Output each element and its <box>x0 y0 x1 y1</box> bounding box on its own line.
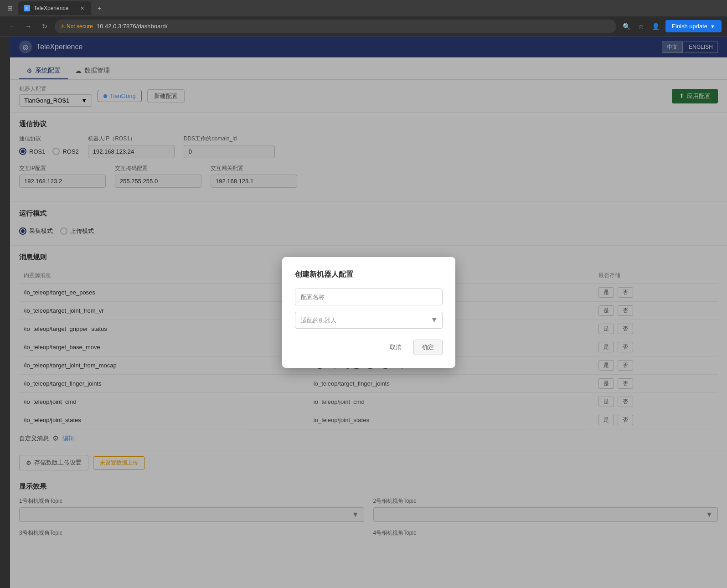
security-indicator: ⚠ Not secure <box>60 23 93 30</box>
profile-btn[interactable]: ⊞ <box>4 2 16 15</box>
new-tab-btn[interactable]: + <box>93 2 106 15</box>
modal-actions: 取消 确定 <box>295 340 443 355</box>
finish-update-button[interactable]: Finish update ▼ <box>665 20 722 32</box>
tab-close-btn[interactable]: ✕ <box>78 5 86 12</box>
forward-btn[interactable]: → <box>22 20 35 33</box>
create-config-modal: 创建新机器人配置 适配的机器人 ▼ 取消 确定 <box>282 257 455 368</box>
profile-icon-btn[interactable]: 👤 <box>649 20 662 33</box>
reload-btn[interactable]: ↻ <box>38 20 51 33</box>
browser-window: ⊞ T TeleXperience ✕ + ← → ↻ ⚠ Not secure… <box>0 0 727 588</box>
search-icon-btn[interactable]: 🔍 <box>620 20 633 33</box>
finish-update-label: Finish update <box>672 23 707 30</box>
tab-bar: ⊞ T TeleXperience ✕ + <box>0 0 727 16</box>
back-btn[interactable]: ← <box>5 20 18 33</box>
tab-title: TeleXperience <box>34 5 68 11</box>
browser-toolbar: ← → ↻ ⚠ Not secure 10.42.0.3:7876/dashbo… <box>0 16 727 36</box>
modal-overlay: 创建新机器人配置 适配的机器人 ▼ 取消 确定 <box>10 36 727 588</box>
finish-btn-arrow-icon: ▼ <box>710 24 715 29</box>
toolbar-icons: 🔍 ☆ 👤 <box>620 20 662 33</box>
compatible-robot-select[interactable]: 适配的机器人 <box>295 312 443 329</box>
browser-tab[interactable]: T TeleXperience ✕ <box>18 1 91 15</box>
not-secure-label: Not secure <box>67 23 93 30</box>
bookmark-btn[interactable]: ☆ <box>634 20 647 33</box>
tab-favicon: T <box>24 5 30 11</box>
url-text: 10.42.0.3:7876/dashboard/ <box>97 23 167 30</box>
modal-cancel-btn[interactable]: 取消 <box>382 340 409 355</box>
modal-title: 创建新机器人配置 <box>295 270 443 279</box>
modal-confirm-btn[interactable]: 确定 <box>413 340 443 355</box>
robot-select-wrapper: 适配的机器人 ▼ <box>295 312 443 329</box>
config-name-input[interactable] <box>295 289 443 305</box>
address-bar[interactable]: ⚠ Not secure 10.42.0.3:7876/dashboard/ <box>55 20 616 33</box>
